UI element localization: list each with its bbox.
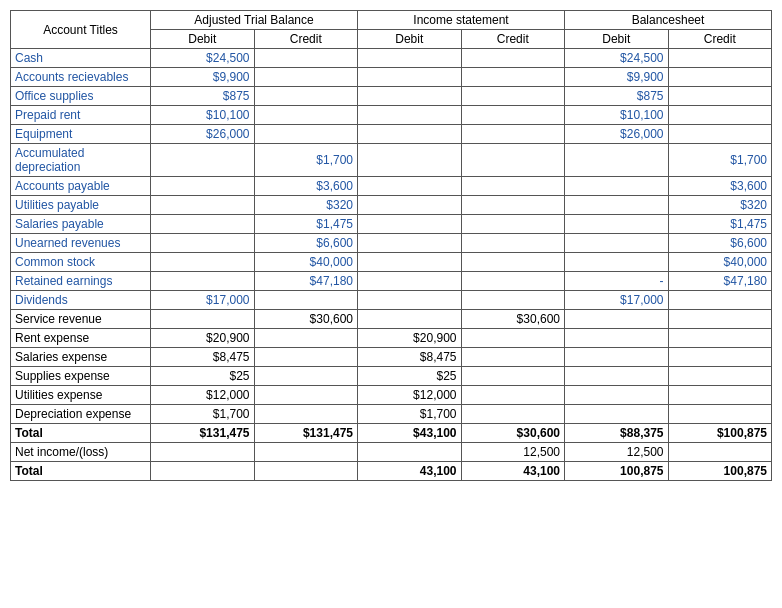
value-cell bbox=[358, 144, 462, 177]
value-cell: 100,875 bbox=[668, 462, 772, 481]
account-name-cell: Utilities payable bbox=[11, 196, 151, 215]
value-cell bbox=[151, 462, 255, 481]
value-cell: $17,000 bbox=[151, 291, 255, 310]
value-cell: $30,600 bbox=[254, 310, 358, 329]
value-cell bbox=[358, 87, 462, 106]
account-name-cell: Total bbox=[11, 462, 151, 481]
value-cell: $26,000 bbox=[151, 125, 255, 144]
value-cell bbox=[565, 405, 669, 424]
value-cell: $47,180 bbox=[668, 272, 772, 291]
value-cell: 12,500 bbox=[565, 443, 669, 462]
value-cell bbox=[151, 144, 255, 177]
value-cell: $131,475 bbox=[254, 424, 358, 443]
account-name-cell: Rent expense bbox=[11, 329, 151, 348]
value-cell: $43,100 bbox=[358, 424, 462, 443]
value-cell bbox=[358, 215, 462, 234]
account-name-cell: Prepaid rent bbox=[11, 106, 151, 125]
value-cell bbox=[668, 106, 772, 125]
value-cell bbox=[151, 234, 255, 253]
value-cell bbox=[151, 253, 255, 272]
table-row: Accounts payable$3,600$3,600 bbox=[11, 177, 772, 196]
value-cell bbox=[461, 215, 565, 234]
table-row: Utilities payable$320$320 bbox=[11, 196, 772, 215]
value-cell bbox=[358, 177, 462, 196]
value-cell: $875 bbox=[151, 87, 255, 106]
value-cell bbox=[668, 443, 772, 462]
value-cell: $24,500 bbox=[565, 49, 669, 68]
value-cell bbox=[668, 125, 772, 144]
value-cell bbox=[565, 253, 669, 272]
value-cell bbox=[151, 443, 255, 462]
account-name-cell: Accounts recievables bbox=[11, 68, 151, 87]
value-cell bbox=[254, 68, 358, 87]
value-cell: $320 bbox=[254, 196, 358, 215]
value-cell bbox=[461, 68, 565, 87]
value-cell: $47,180 bbox=[254, 272, 358, 291]
value-cell bbox=[254, 87, 358, 106]
value-cell bbox=[254, 405, 358, 424]
value-cell bbox=[461, 291, 565, 310]
account-name-cell: Net income/(loss) bbox=[11, 443, 151, 462]
table-row: Cash$24,500$24,500 bbox=[11, 49, 772, 68]
account-name-cell: Accumulated depreciation bbox=[11, 144, 151, 177]
table-row: Utilities expense$12,000$12,000 bbox=[11, 386, 772, 405]
value-cell bbox=[668, 367, 772, 386]
value-cell bbox=[254, 125, 358, 144]
value-cell bbox=[668, 87, 772, 106]
value-cell bbox=[668, 49, 772, 68]
value-cell: $25 bbox=[151, 367, 255, 386]
value-cell: 12,500 bbox=[461, 443, 565, 462]
account-name-cell: Salaries payable bbox=[11, 215, 151, 234]
account-name-cell: Retained earnings bbox=[11, 272, 151, 291]
value-cell: $40,000 bbox=[254, 253, 358, 272]
value-cell bbox=[358, 443, 462, 462]
value-cell bbox=[565, 367, 669, 386]
value-cell bbox=[668, 405, 772, 424]
value-cell bbox=[565, 386, 669, 405]
value-cell bbox=[358, 291, 462, 310]
adjusted-trial-balance-header: Adjusted Trial Balance bbox=[151, 11, 358, 30]
value-cell bbox=[358, 272, 462, 291]
value-cell bbox=[461, 49, 565, 68]
value-cell: $88,375 bbox=[565, 424, 669, 443]
value-cell bbox=[565, 310, 669, 329]
value-cell: $12,000 bbox=[151, 386, 255, 405]
adj-debit-header: Debit bbox=[151, 30, 255, 49]
value-cell bbox=[668, 348, 772, 367]
value-cell: $30,600 bbox=[461, 424, 565, 443]
net-income-row: Net income/(loss)12,50012,500 bbox=[11, 443, 772, 462]
adj-credit-header: Credit bbox=[254, 30, 358, 49]
value-cell bbox=[565, 348, 669, 367]
table-row: Salaries expense$8,475$8,475 bbox=[11, 348, 772, 367]
account-name-cell: Equipment bbox=[11, 125, 151, 144]
value-cell bbox=[461, 87, 565, 106]
table-row: Dividends$17,000$17,000 bbox=[11, 291, 772, 310]
value-cell: $30,600 bbox=[461, 310, 565, 329]
is-debit-header: Debit bbox=[358, 30, 462, 49]
final-total-row: Total43,10043,100100,875100,875 bbox=[11, 462, 772, 481]
value-cell bbox=[358, 310, 462, 329]
value-cell bbox=[461, 196, 565, 215]
value-cell bbox=[151, 215, 255, 234]
value-cell bbox=[358, 253, 462, 272]
value-cell: $10,100 bbox=[151, 106, 255, 125]
value-cell bbox=[461, 405, 565, 424]
account-name-cell: Office supplies bbox=[11, 87, 151, 106]
table-row: Salaries payable$1,475$1,475 bbox=[11, 215, 772, 234]
account-name-cell: Cash bbox=[11, 49, 151, 68]
account-name-cell: Supplies expense bbox=[11, 367, 151, 386]
income-statement-header: Income statement bbox=[358, 11, 565, 30]
value-cell: $1,700 bbox=[668, 144, 772, 177]
value-cell: $320 bbox=[668, 196, 772, 215]
account-name-cell: Accounts payable bbox=[11, 177, 151, 196]
value-cell bbox=[254, 348, 358, 367]
account-name-cell: Utilities expense bbox=[11, 386, 151, 405]
value-cell bbox=[254, 443, 358, 462]
value-cell bbox=[254, 329, 358, 348]
worksheet-table: Account Titles Adjusted Trial Balance In… bbox=[10, 10, 772, 481]
value-cell bbox=[461, 367, 565, 386]
balance-sheet-header: Balancesheet bbox=[565, 11, 772, 30]
value-cell bbox=[565, 234, 669, 253]
value-cell bbox=[668, 329, 772, 348]
value-cell: $8,475 bbox=[151, 348, 255, 367]
